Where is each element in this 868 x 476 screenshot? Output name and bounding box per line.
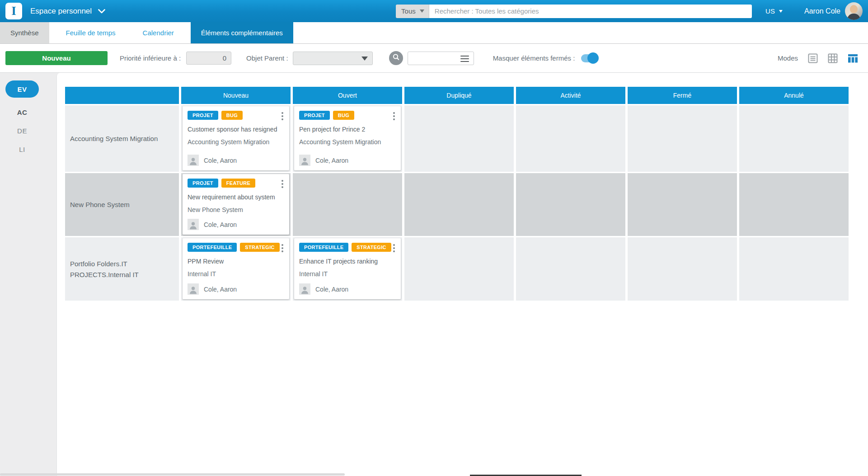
card-badge-strategic: STRATEGIC: [240, 243, 279, 252]
assignee-avatar-icon: [188, 219, 199, 230]
workspace-label: Espace personnel: [30, 7, 92, 16]
sidebar-item-ev[interactable]: EV: [5, 80, 39, 98]
card-subtitle: Internal IT: [299, 270, 396, 278]
tab-elements-complementaires[interactable]: Éléments complémentaires: [191, 22, 293, 43]
assignee-name: Cole, Aaron: [204, 221, 237, 228]
cell-ouvert: PROJETBUG Pen project for Prince 2 Accou…: [293, 105, 402, 172]
card-badge-strategic: STRATEGIC: [352, 243, 391, 252]
cell-duplique: [404, 237, 514, 301]
kebab-menu-icon[interactable]: [391, 243, 397, 254]
row-label-line: PROJECTS.Internal IT: [70, 271, 179, 278]
kanban-card[interactable]: PORTEFEUILLESTRATEGIC Enhance IT project…: [294, 238, 401, 299]
column-header-annule: Annulé: [739, 87, 849, 104]
kanban-card[interactable]: PORTEFEUILLESTRATEGIC PPM Review Interna…: [183, 238, 289, 299]
priority-input[interactable]: [186, 52, 231, 65]
card-title: Customer sponsor has resigned: [188, 126, 284, 133]
card-badges: PORTEFEUILLESTRATEGIC: [188, 243, 284, 252]
toggle-knob: [587, 52, 599, 64]
cell-ouvert: PORTEFEUILLESTRATEGIC Enhance IT project…: [293, 237, 402, 301]
locale-value: US: [765, 7, 775, 15]
cell-activite: [516, 105, 625, 172]
card-assignee: Cole, Aaron: [188, 219, 284, 230]
cell-duplique: [404, 173, 514, 236]
assignee-name: Cole, Aaron: [204, 286, 237, 293]
column-header-duplique: Dupliqué: [404, 87, 514, 104]
modes-group: Modes: [778, 53, 858, 63]
tab-synthese[interactable]: Synthèse: [0, 22, 49, 43]
caret-down-icon: [420, 9, 424, 13]
sidebar-item-ac[interactable]: AC: [5, 108, 39, 116]
cell-nouveau: PORTEFEUILLESTRATEGIC PPM Review Interna…: [181, 237, 291, 301]
card-assignee: Cole, Aaron: [188, 283, 284, 295]
search-input[interactable]: [429, 5, 752, 18]
hide-closed-toggle[interactable]: [581, 54, 597, 62]
cell-nouveau: PROJETBUG Customer sponsor has resigned …: [181, 105, 291, 172]
assignee-name: Cole, Aaron: [204, 157, 237, 164]
grid-view-icon[interactable]: [828, 53, 838, 63]
parent-object-select[interactable]: [293, 52, 373, 65]
card-subtitle: Internal IT: [188, 270, 284, 278]
cell-ouvert: [293, 173, 402, 236]
search-button[interactable]: [389, 51, 403, 65]
cell-duplique: [404, 105, 514, 172]
kebab-menu-icon[interactable]: [280, 179, 285, 190]
card-badges: PROJETFEATURE: [188, 179, 284, 188]
assignee-name: Cole, Aaron: [315, 157, 348, 164]
assignee-avatar-icon: [188, 155, 199, 166]
search-scope-value: Tous: [401, 7, 416, 15]
card-badge-bug: BUG: [333, 111, 354, 120]
workspace-menu[interactable]: Espace personnel: [30, 7, 105, 16]
cell-ferme: [628, 237, 737, 301]
chevron-down-icon: [98, 9, 105, 14]
menu-lines-icon: [460, 56, 469, 64]
card-title: PPM Review: [188, 258, 284, 265]
card-badge-bug: BUG: [221, 111, 243, 120]
content-panel: NouveauOuvertDupliquéActivitéFerméAnnulé…: [56, 73, 868, 476]
search-scope-dropdown[interactable]: Tous: [396, 5, 429, 18]
cell-ferme: [628, 173, 737, 236]
kanban-grid: NouveauOuvertDupliquéActivitéFerméAnnulé…: [65, 87, 849, 301]
new-button[interactable]: Nouveau: [5, 51, 108, 65]
cell-annule: [739, 105, 849, 172]
card-badge-portefeuille: PORTEFEUILLE: [188, 243, 237, 252]
card-subtitle: New Phone System: [188, 206, 284, 213]
card-assignee: Cole, Aaron: [299, 283, 396, 295]
app-logo[interactable]: I: [5, 3, 22, 19]
assignee-avatar-icon: [299, 155, 310, 166]
card-assignee: Cole, Aaron: [299, 155, 396, 166]
kanban-card[interactable]: PROJETFEATURE New requirement about syst…: [183, 174, 289, 235]
kanban-card[interactable]: PROJETBUG Pen project for Prince 2 Accou…: [294, 106, 401, 170]
kanban-view-icon[interactable]: [848, 53, 858, 63]
row-label: Portfolio Folders.ITPROJECTS.Internal IT: [65, 237, 179, 301]
list-view-icon[interactable]: [808, 53, 818, 63]
sidebar-item-li[interactable]: LI: [5, 146, 39, 153]
kanban-card[interactable]: PROJETBUG Customer sponsor has resigned …: [183, 106, 289, 170]
caret-down-icon: [361, 57, 368, 61]
kebab-menu-icon[interactable]: [280, 111, 285, 123]
cell-nouveau: PROJETFEATURE New requirement about syst…: [181, 173, 291, 236]
card-badge-projet: PROJET: [188, 179, 218, 188]
card-badges: PROJETBUG: [188, 111, 284, 120]
tab-feuille-de-temps[interactable]: Feuille de temps: [56, 22, 126, 43]
cell-activite: [516, 173, 625, 236]
modes-label: Modes: [778, 54, 798, 62]
row-label-line: Portfolio Folders.IT: [70, 260, 179, 268]
hide-closed-label: Masquer éléments fermés :: [493, 54, 575, 62]
kebab-menu-icon[interactable]: [391, 111, 397, 123]
kebab-menu-icon[interactable]: [280, 243, 285, 254]
user-avatar[interactable]: [845, 2, 863, 20]
column-header-activite: Activité: [516, 87, 625, 104]
toolbar: Nouveau Priorité inférieure à : Objet Pa…: [0, 44, 868, 73]
card-badge-portefeuille: PORTEFEUILLE: [299, 243, 348, 252]
card-title: Pen project for Prince 2: [299, 126, 396, 133]
tab-calendrier[interactable]: Calendrier: [132, 22, 184, 43]
filter-input[interactable]: [408, 52, 474, 65]
user-name[interactable]: Aaron Cole: [804, 7, 840, 15]
cell-ferme: [628, 105, 737, 172]
locale-dropdown[interactable]: US: [765, 7, 783, 15]
sidebar-item-de[interactable]: DE: [5, 127, 39, 135]
row-label: New Phone System: [65, 173, 179, 236]
tabbar: Synthèse Feuille de temps Calendrier Élé…: [0, 22, 868, 44]
horizontal-scrollbar-thumb[interactable]: [0, 473, 345, 476]
app-logo-letter: I: [11, 4, 16, 18]
